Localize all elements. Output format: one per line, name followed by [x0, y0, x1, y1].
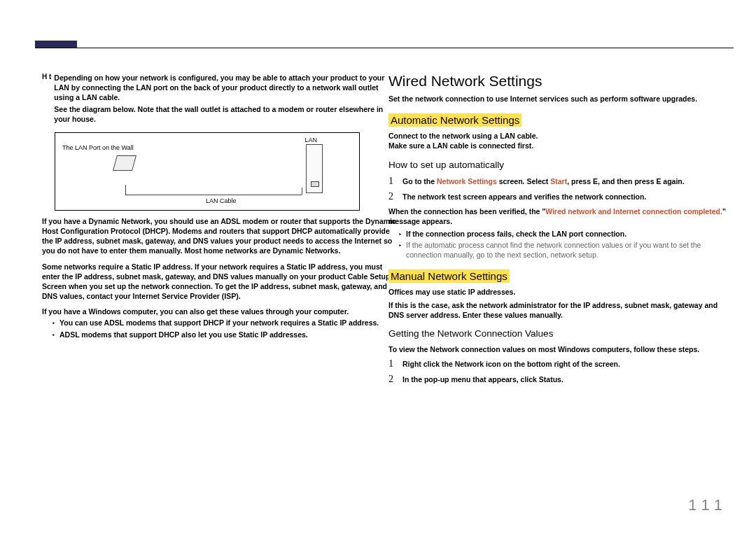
left-column: H t Depending on how your network is con… [42, 73, 398, 339]
header-divider [35, 48, 734, 48]
right-column: Wired Network Settings Set the network c… [388, 73, 728, 385]
step-text: The network test screen appears and veri… [402, 192, 646, 202]
heading-howto-auto: How to set up automatically [388, 160, 728, 170]
wall-port-icon [113, 155, 136, 171]
step-number: 2 [388, 191, 402, 202]
paragraph-makesure: Make sure a LAN cable is connected first… [388, 141, 728, 150]
paragraph-view: To view the Network connection values on… [388, 344, 728, 354]
step-auto-1: 1 Go to the Network Settings screen. Sel… [388, 176, 728, 187]
paragraph-ask: If this is the case, ask the network adm… [388, 300, 728, 320]
bullet-1: You can use ADSL modems that support DHC… [42, 318, 398, 328]
heading-manual: Manual Network Settings [388, 269, 510, 283]
step-number: 1 [388, 358, 402, 370]
diagram-label-lan: LAN [304, 136, 317, 143]
step-text: Right click the Network icon on the bott… [402, 359, 620, 369]
note-paragraph-2: See the diagram below. Note that the wal… [54, 104, 398, 124]
paragraph-set: Set the network connection to use Intern… [388, 94, 728, 104]
step-text: Go to the Network Settings screen. Selec… [402, 176, 685, 186]
paragraph-offices: Offices may use static IP addresses. [388, 287, 728, 297]
step-val-2: 2 In the pop-up menu that appears, click… [388, 374, 728, 385]
paragraph-dynamic: If you have a Dynamic Network, you shoul… [42, 216, 398, 256]
lan-diagram: LAN The LAN Port on the Wall LAN Cable [55, 132, 360, 211]
step-text: In the pop-up menu that appears, click S… [402, 374, 564, 384]
device-icon [306, 144, 323, 193]
page-number: 111 [688, 496, 727, 514]
step-val-1: 1 Right click the Network icon on the bo… [388, 358, 728, 370]
note-block: H t Depending on how your network is con… [42, 73, 398, 124]
heading-wired: Wired Network Settings [388, 73, 728, 90]
heading-automatic: Automatic Network Settings [388, 113, 522, 127]
paragraph-windows: If you have a Windows computer, you can … [42, 307, 398, 316]
paragraph-connect: Connect to the network using a LAN cable… [388, 131, 728, 141]
paragraph-verify: When the connection has been verified, t… [388, 206, 728, 226]
step-auto-2: 2 The network test screen appears and ve… [388, 191, 728, 202]
note-paragraph-1: Depending on how your network is configu… [54, 73, 398, 103]
header-tab [35, 41, 77, 48]
note-mark: H t [42, 73, 51, 80]
sub-bullet-1: If the connection process fails, check t… [388, 229, 728, 239]
heading-getting-values: Getting the Network Connection Values [388, 328, 728, 339]
diagram-label-cable: LAN Cable [206, 197, 237, 204]
diagram-label-wall: The LAN Port on the Wall [62, 144, 134, 151]
bullet-2: ADSL modems that support DHCP also let y… [42, 330, 398, 339]
paragraph-static: Some networks require a Static IP addres… [42, 262, 398, 302]
step-number: 2 [388, 374, 402, 385]
sub-bullet-2: If the automatic process cannot find the… [388, 240, 728, 260]
step-number: 1 [388, 176, 402, 187]
